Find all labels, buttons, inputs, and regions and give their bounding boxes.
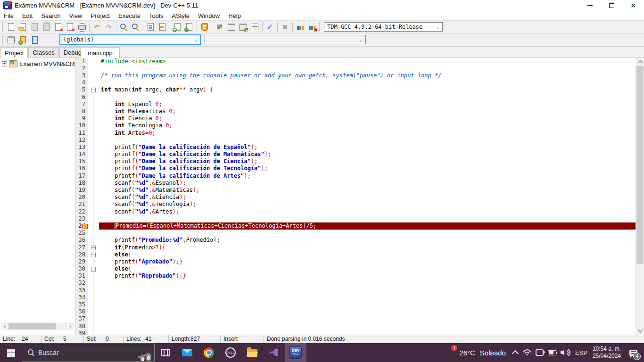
code-line[interactable]: 2 (75, 65, 636, 72)
run-button[interactable] (225, 21, 237, 33)
print-button[interactable] (76, 21, 88, 33)
tab-project[interactable]: Project (0, 47, 28, 58)
menu-view[interactable]: View (65, 11, 87, 20)
save-button[interactable] (29, 21, 41, 33)
code-line[interactable]: 30− else{ (75, 265, 636, 272)
clock[interactable]: 10:54 a. m. 25/04/2024 (593, 346, 621, 360)
gutter-line-number[interactable]: 5 (75, 86, 88, 93)
goto-function-button[interactable] (157, 21, 168, 33)
gutter-line-number[interactable]: 3 (75, 72, 88, 79)
code-line[interactable]: 25 (75, 230, 636, 237)
code-line[interactable]: 14 printf("Dame la calificación de Matem… (75, 151, 636, 158)
goto-bookmark-button[interactable] (198, 21, 210, 33)
tab-classes[interactable]: Classes (28, 47, 58, 58)
toolbar-grip[interactable] (1, 35, 3, 44)
profile-button[interactable] (294, 21, 306, 33)
scroll-right-icon[interactable]: › (67, 322, 74, 330)
battery-icon[interactable] (548, 350, 556, 355)
code-line[interactable]: 9 int Ciencia=0; (75, 115, 636, 122)
code-line[interactable]: 4 (75, 79, 636, 86)
globals-select[interactable]: (globals)⌄ (59, 34, 201, 45)
compile-button[interactable] (214, 21, 225, 33)
abort-button[interactable]: ✖ (279, 21, 291, 33)
gutter-line-number[interactable]: 25 (75, 230, 88, 237)
gutter-line-number[interactable]: 31 (75, 272, 88, 280)
gutter-line-number[interactable]: 2 (75, 65, 88, 72)
gutter-line-number[interactable]: 15 (75, 158, 88, 165)
gutter-line-number[interactable]: 7 (75, 101, 88, 108)
remove-from-project-button[interactable] (29, 34, 41, 45)
new-project-button[interactable] (5, 34, 17, 45)
gutter-error-line-number[interactable]: 24 (75, 222, 88, 230)
gutter-line-number[interactable]: 28 (75, 251, 88, 258)
gutter-line-number[interactable]: 20 (75, 194, 88, 201)
gutter-line-number[interactable]: 33 (75, 287, 88, 294)
weather-text[interactable]: 26°C Soleado (459, 349, 506, 357)
new-file-button[interactable] (5, 21, 17, 33)
gutter-line-number[interactable]: 23 (75, 215, 88, 222)
code-line[interactable]: 22 scanf("%d",&Artes); (75, 208, 636, 215)
wifi-icon[interactable] (523, 349, 531, 356)
menu-edit[interactable]: Edit (18, 11, 37, 20)
fold-collapse-icon[interactable]: − (91, 253, 96, 257)
gutter-line-number[interactable]: 30 (75, 265, 88, 272)
code-line[interactable]: 19 scanf("%d",&Matematicas); (75, 187, 636, 194)
menu-window[interactable]: Window (194, 11, 224, 20)
code-line[interactable]: 6 (75, 94, 636, 101)
code-line[interactable]: 33 (75, 287, 636, 294)
scroll-down-icon[interactable] (636, 327, 644, 335)
code-line[interactable]: 20 scanf("%d",&Ciencia); (75, 194, 636, 201)
vscroll-thumb[interactable] (636, 66, 644, 264)
gutter-line-number[interactable]: 37 (75, 315, 88, 322)
code-line[interactable]: 32 (75, 280, 636, 287)
code-line[interactable]: 11 int Artes=0; (75, 130, 636, 137)
hscroll-thumb[interactable] (8, 323, 56, 329)
gutter-line-number[interactable]: 21 (75, 201, 88, 208)
find-button[interactable] (118, 21, 130, 33)
notification-center-button[interactable]: 4 (625, 343, 641, 362)
expand-icon[interactable]: + (2, 61, 7, 66)
taskbar-search[interactable]: Buscar (22, 344, 155, 362)
code-line[interactable]: 15 printf("Dame la calificación de Cienc… (75, 158, 636, 165)
code-line[interactable]: 17 printf("Dame la calificación de Artes… (75, 173, 636, 180)
code-line[interactable]: 7 int Espanol=0; (75, 101, 636, 108)
gutter-line-number[interactable]: 8 (75, 108, 88, 115)
fold-collapse-icon[interactable]: − (91, 88, 96, 92)
dev-cpp-taskbar-button[interactable]: DEVC++ (285, 343, 306, 362)
tab-main-cpp[interactable]: main.cpp (81, 47, 120, 58)
code-line[interactable]: 38 (75, 323, 636, 330)
compile-run-button[interactable] (237, 21, 249, 33)
gutter-line-number[interactable]: 9 (75, 115, 88, 122)
gutter-line-number[interactable]: 10 (75, 122, 88, 129)
code-line[interactable]: 12 (75, 137, 636, 144)
syntax-check-button[interactable]: ✓ (264, 21, 276, 33)
gutter-line-number[interactable]: 14 (75, 151, 88, 158)
code-line-highlighted[interactable]: 24 Promedio=(Espanol+Matematicas+Ciencia… (75, 222, 636, 230)
undo-button[interactable]: ↶ (91, 21, 103, 33)
editor-vscrollbar[interactable] (636, 58, 644, 335)
menu-file[interactable]: File (0, 11, 18, 20)
members-select[interactable]: ⌄ (205, 35, 366, 44)
code-line[interactable]: 37 (75, 315, 636, 322)
gutter-line-number[interactable]: 22 (75, 208, 88, 215)
gutter-line-number[interactable]: 27 (75, 244, 88, 251)
close-button[interactable]: ✕ (622, 0, 644, 11)
insert-button[interactable] (172, 21, 183, 33)
code-line[interactable]: 23 (75, 215, 636, 222)
scroll-left-icon[interactable]: ‹ (1, 322, 8, 330)
replace-button[interactable] (130, 21, 141, 33)
remove-button[interactable] (183, 21, 195, 33)
gutter-line-number[interactable]: 17 (75, 173, 88, 180)
gutter-line-number[interactable]: 11 (75, 130, 88, 137)
toolbar-grip[interactable] (1, 22, 3, 32)
language-indicator[interactable]: ESP (574, 349, 588, 356)
code-line[interactable]: 29 printf("Aprobado");} (75, 258, 636, 265)
gutter-line-number[interactable]: 34 (75, 294, 88, 301)
fold-collapse-icon[interactable]: − (91, 267, 96, 272)
restore-button[interactable] (601, 0, 622, 11)
fold-margin[interactable]: − (88, 86, 99, 93)
open-button[interactable] (17, 21, 29, 33)
meet-now-icon[interactable] (536, 349, 544, 356)
code-line[interactable]: 35 (75, 301, 636, 308)
gutter-line-number[interactable]: 35 (75, 301, 88, 308)
